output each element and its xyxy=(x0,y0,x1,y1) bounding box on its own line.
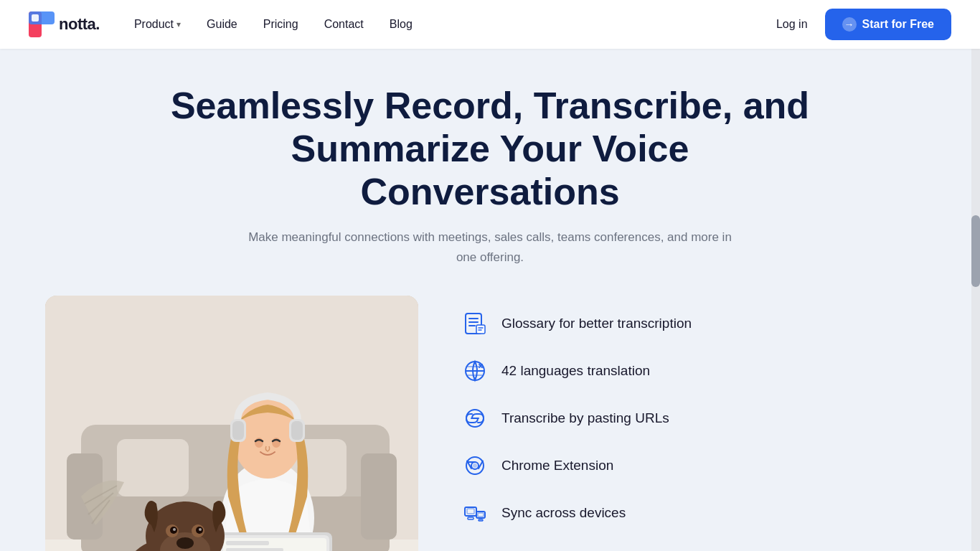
scrollbar[interactable] xyxy=(971,0,980,551)
feature-export: Export to different formats xyxy=(461,547,935,551)
hero-illustration xyxy=(45,296,418,551)
nav-contact[interactable]: Contact xyxy=(324,18,364,31)
urls-text: Transcribe by pasting URLs xyxy=(501,410,669,426)
sync-text: Sync across devices xyxy=(501,505,626,521)
features-list: Glossary for better transcription 42 lan… xyxy=(461,296,935,551)
feature-sync: Sync across devices xyxy=(461,499,935,527)
svg-rect-56 xyxy=(478,513,484,517)
feature-glossary: Glossary for better transcription xyxy=(461,310,935,337)
nav-links: Product ▾ Guide Pricing Contact Blog xyxy=(134,18,413,31)
nav-guide[interactable]: Guide xyxy=(207,18,237,31)
nav-product[interactable]: Product ▾ xyxy=(134,18,181,31)
logo-link[interactable]: notta. xyxy=(29,11,100,37)
svg-rect-8 xyxy=(361,453,397,540)
logo-icon xyxy=(29,11,55,37)
scrollbar-thumb[interactable] xyxy=(971,215,980,287)
feature-urls: Transcribe by pasting URLs xyxy=(461,405,935,432)
hero-section: Seamlessly Record, Transcribe, and Summa… xyxy=(167,85,813,267)
feature-languages: 42 languages translation xyxy=(461,357,935,385)
languages-text: 42 languages translation xyxy=(501,363,650,379)
glossary-text: Glossary for better transcription xyxy=(501,316,692,331)
svg-point-33 xyxy=(176,537,194,549)
hero-image xyxy=(45,296,418,551)
svg-rect-24 xyxy=(226,548,283,551)
svg-rect-23 xyxy=(226,541,269,545)
sync-icon xyxy=(461,499,489,527)
logo-text: notta. xyxy=(59,15,100,34)
svg-rect-15 xyxy=(232,421,244,440)
content-area: Glossary for better transcription 42 lan… xyxy=(45,296,935,551)
svg-point-39 xyxy=(199,528,202,531)
nav-blog[interactable]: Blog xyxy=(390,18,413,31)
export-icon xyxy=(461,547,489,551)
svg-rect-53 xyxy=(467,509,474,514)
svg-rect-57 xyxy=(479,519,483,521)
chrome-text: Chrome Extension xyxy=(501,458,613,474)
feature-chrome: Chrome Extension xyxy=(461,452,935,479)
svg-rect-46 xyxy=(476,325,485,334)
hero-title: Seamlessly Record, Transcribe, and Summa… xyxy=(167,85,813,213)
svg-point-38 xyxy=(173,528,176,531)
svg-rect-9 xyxy=(117,439,189,496)
hero-subtitle: Make meaningful connections with meeting… xyxy=(246,227,734,266)
svg-point-51 xyxy=(473,463,477,468)
navbar: notta. Product ▾ Guide Pricing Contact B… xyxy=(0,0,980,49)
nav-pricing[interactable]: Pricing xyxy=(263,18,298,31)
link-icon xyxy=(461,405,489,432)
svg-rect-2 xyxy=(32,14,39,22)
main-content: Seamlessly Record, Transcribe, and Summa… xyxy=(0,49,980,551)
glossary-icon xyxy=(461,310,489,337)
start-free-button[interactable]: → Start for Free xyxy=(825,9,951,40)
product-chevron-icon: ▾ xyxy=(176,19,181,29)
login-button[interactable]: Log in xyxy=(776,18,808,31)
arrow-right-icon: → xyxy=(842,17,857,32)
svg-rect-17 xyxy=(291,421,303,440)
chrome-icon xyxy=(461,452,489,479)
translate-icon xyxy=(461,357,489,385)
svg-rect-54 xyxy=(468,517,473,519)
navbar-right: Log in → Start for Free xyxy=(776,9,951,40)
